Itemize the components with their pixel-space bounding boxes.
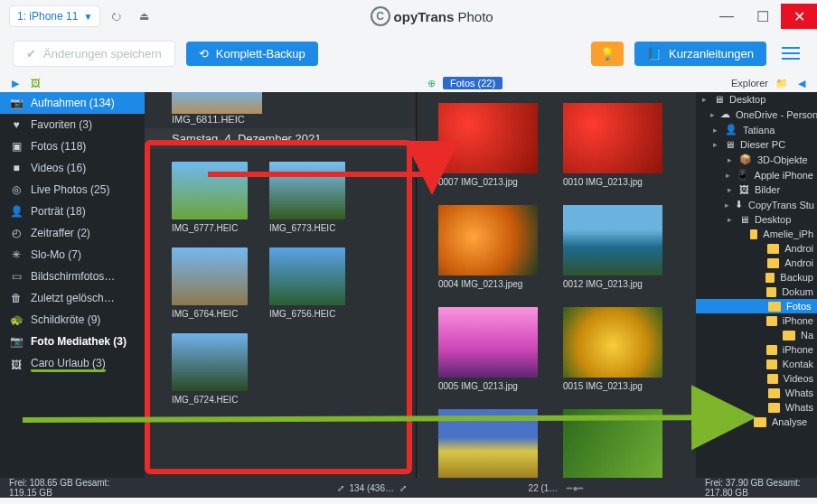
sidebar-item[interactable]: ■Videos (16) bbox=[0, 157, 145, 179]
sidebar-item[interactable]: 👤Porträt (18) bbox=[0, 201, 145, 222]
photo-thumb[interactable]: 0006 IMG_0213.jpg bbox=[563, 409, 662, 478]
tree-twisty-icon[interactable]: ▸ bbox=[710, 140, 719, 149]
explorer-tree[interactable]: ▸🖥Desktop▸☁OneDrive - Person▸👤Tatiana▸🖥D… bbox=[696, 92, 817, 478]
quick-guides-button[interactable]: 📘 Kurzanleitungen bbox=[634, 42, 766, 66]
tree-node[interactable]: ▸👤Tatiana bbox=[696, 122, 817, 137]
tree-node[interactable]: iPhone bbox=[696, 313, 817, 328]
thumb-label: 0012 IMG_0213.jpg bbox=[563, 279, 662, 289]
eject-icon[interactable]: ⏏ bbox=[133, 5, 155, 27]
sidebar-item[interactable]: ▣Fotos (118) bbox=[0, 135, 145, 157]
thumb-image bbox=[269, 247, 345, 305]
tree-twisty-icon[interactable]: ▸ bbox=[710, 126, 719, 135]
sidebar-item-label: Porträt (18) bbox=[31, 205, 86, 218]
sidebar-item[interactable]: 🖼Caro Urlaub (3) bbox=[0, 352, 145, 377]
tree-node[interactable]: ▸🖥Dieser PC bbox=[696, 137, 817, 152]
sidebar-item[interactable]: ◴Zeitraffer (2) bbox=[0, 222, 145, 244]
menu-button[interactable] bbox=[777, 47, 804, 60]
picture-icon[interactable]: 🖼 bbox=[29, 77, 42, 89]
sidebar-icon: ◎ bbox=[9, 183, 23, 196]
hint-button[interactable]: 💡 bbox=[591, 42, 624, 66]
tree-node[interactable]: Androi bbox=[696, 256, 817, 270]
photo-thumb[interactable]: IMG_6777.HEIC bbox=[172, 162, 248, 233]
book-icon: 📘 bbox=[647, 47, 662, 61]
sidebar-item[interactable]: 🐢Schildkröte (9) bbox=[0, 309, 145, 331]
photo-thumb[interactable]: 0010 IMG_0213.jpg bbox=[563, 103, 662, 187]
tree-node[interactable]: Videos bbox=[696, 371, 817, 386]
tree-node[interactable]: Backup bbox=[696, 270, 817, 285]
play-icon[interactable]: ▶ bbox=[9, 77, 22, 89]
photo-thumb[interactable]: 0007 IMG_0213.jpg bbox=[438, 103, 538, 187]
folder-icon bbox=[768, 403, 780, 413]
fotos-chip[interactable]: Fotos (22) bbox=[443, 77, 502, 89]
tree-node[interactable]: ▸📦3D-Objekte bbox=[696, 152, 817, 167]
tree-node-label: Dokum bbox=[782, 286, 813, 297]
expand-icon[interactable]: ⤢ bbox=[337, 483, 344, 493]
full-backup-button[interactable]: ⟲ Komplett-Backup bbox=[186, 42, 318, 66]
tree-node[interactable]: iPhone bbox=[696, 342, 817, 357]
photo-thumb[interactable]: IMG_6773.HEIC bbox=[269, 162, 345, 233]
tree-node[interactable]: ▸⬇CopyTrans Stu bbox=[696, 197, 817, 212]
tree-twisty-icon[interactable]: ▸ bbox=[725, 171, 731, 180]
photo-thumb[interactable]: 0015 IMG_0213.jpg bbox=[563, 307, 662, 391]
sidebar-icon: 📷 bbox=[9, 335, 23, 348]
tree-twisty-icon[interactable]: ▸ bbox=[725, 185, 734, 194]
collapse-panel-icon[interactable]: ◀ bbox=[795, 77, 808, 89]
photo-thumb[interactable]: 0005 IMG_0213.jpg bbox=[438, 307, 538, 391]
expand-icon[interactable]: ⤢ bbox=[399, 483, 407, 493]
tree-node[interactable]: ▸📱Apple iPhone bbox=[696, 167, 817, 182]
sidebar-item[interactable]: 📷Aufnahmen (134) bbox=[0, 92, 145, 114]
tree-node[interactable]: Kontak bbox=[696, 357, 817, 371]
tree-twisty-icon[interactable]: ▸ bbox=[700, 95, 709, 104]
app-title: C opyTrans Photo bbox=[155, 6, 709, 26]
sidebar[interactable]: 📷Aufnahmen (134)♥Favoriten (3)▣Fotos (11… bbox=[0, 92, 145, 478]
tree-node[interactable]: ▸🖥Desktop bbox=[696, 92, 817, 107]
device-selector[interactable]: 1: iPhone 11 ▼ bbox=[9, 5, 100, 27]
tree-node[interactable]: Androi bbox=[696, 241, 817, 256]
check-icon: ✔ bbox=[26, 47, 36, 61]
thumb-image bbox=[563, 409, 662, 478]
tree-node-label: 3D-Objekte bbox=[757, 154, 808, 165]
close-button[interactable]: ✕ bbox=[781, 4, 817, 29]
photo-thumb[interactable]: IMG_6764.HEIC bbox=[172, 247, 248, 319]
tree-twisty-icon[interactable]: ▸ bbox=[725, 201, 729, 210]
tree-node-label: iPhone bbox=[783, 315, 813, 326]
folder-icon[interactable]: 📁 bbox=[775, 77, 788, 89]
sidebar-item[interactable]: 🗑Zuletzt gelösch… bbox=[0, 287, 145, 309]
tree-node[interactable]: ▸🖼Bilder bbox=[696, 182, 817, 197]
minimize-button[interactable]: — bbox=[709, 4, 745, 29]
tree-twisty-icon[interactable]: ▸ bbox=[725, 155, 734, 164]
tree-twisty-icon[interactable]: ▸ bbox=[710, 110, 715, 119]
tree-node[interactable]: Whats bbox=[696, 386, 817, 400]
sidebar-item[interactable]: ✳Slo-Mo (7) bbox=[0, 244, 145, 266]
tree-node[interactable]: Amelie_iPh bbox=[696, 227, 817, 241]
refresh-icon[interactable]: ⭮ bbox=[106, 5, 127, 27]
tree-node[interactable]: Na bbox=[696, 328, 817, 342]
sidebar-item[interactable]: ◎Live Photos (25) bbox=[0, 179, 145, 201]
target-photo-pane[interactable]: 0007 IMG_0213.jpg0010 IMG_0213.jpg0004 I… bbox=[416, 92, 696, 478]
tree-node[interactable]: Whats bbox=[696, 400, 817, 415]
status-bar: Frei: 108.65 GB Gesamt: 119.15 GB ⤢ 134 … bbox=[0, 478, 817, 498]
tree-node[interactable]: ▸☁OneDrive - Person bbox=[696, 107, 817, 122]
tree-node[interactable]: Dokum bbox=[696, 285, 817, 299]
device-photo-pane[interactable]: IMG_6811.HEIC Samstag, 4. Dezember 2021 … bbox=[145, 92, 416, 478]
folder-icon bbox=[766, 359, 777, 369]
sidebar-item[interactable]: ♥Favoriten (3) bbox=[0, 114, 145, 135]
tree-node-label: Androi bbox=[784, 257, 813, 268]
refresh-icon: ⟲ bbox=[199, 47, 209, 61]
sidebar-item[interactable]: 📷Foto Mediathek (3) bbox=[0, 331, 145, 352]
thumb[interactable] bbox=[172, 92, 262, 114]
tree-node[interactable]: Fotos bbox=[696, 299, 817, 313]
sidebar-item[interactable]: ▭Bildschirmfotos… bbox=[0, 266, 145, 287]
photo-thumb[interactable]: 0012 IMG_0213.jpg bbox=[563, 205, 662, 289]
tree-twisty-icon[interactable]: ▸ bbox=[725, 215, 734, 224]
photo-thumb[interactable]: 0003 IMG_0213.jpg bbox=[438, 409, 538, 478]
tree-node[interactable]: Analyse bbox=[696, 415, 817, 429]
photo-thumb[interactable]: 0004 IMG_0213.jpeg bbox=[438, 205, 538, 289]
photo-thumb[interactable]: IMG_6756.HEIC bbox=[269, 247, 345, 319]
thumb-image bbox=[172, 162, 248, 219]
photo-thumb[interactable]: IMG_6724.HEIC bbox=[172, 333, 248, 405]
tree-node[interactable]: ▸🖥Desktop bbox=[696, 212, 817, 227]
sidebar-item-label: Aufnahmen (134) bbox=[31, 97, 115, 109]
maximize-button[interactable]: ☐ bbox=[745, 4, 781, 29]
add-icon[interactable]: ⊕ bbox=[425, 77, 437, 89]
